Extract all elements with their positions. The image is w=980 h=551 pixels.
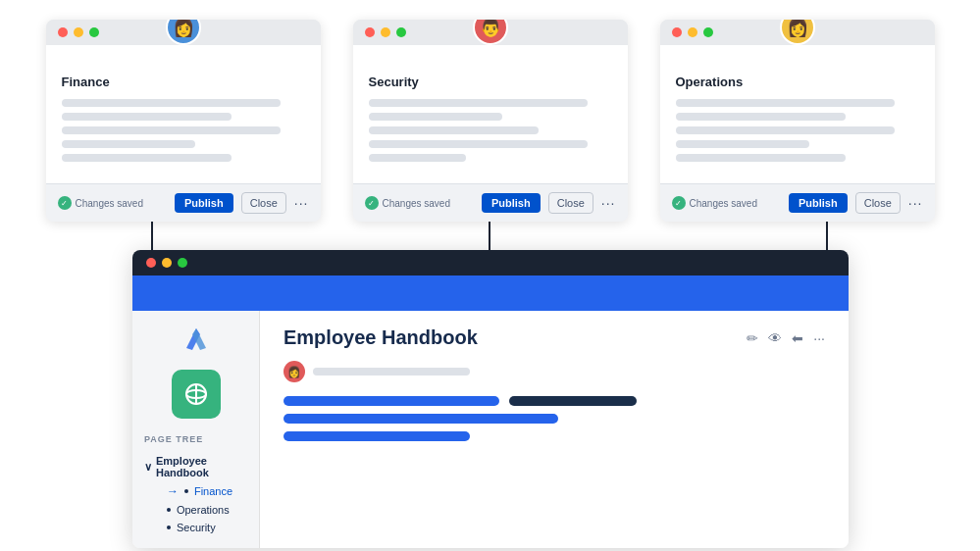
tree-child-operations[interactable]: Operations xyxy=(163,501,236,519)
tree-children: → Finance Operations Security xyxy=(155,481,236,536)
tree-parent-label: ∨ Employee Handbook xyxy=(144,455,251,478)
doc-actions: ✏ 👁 ⬅ ··· xyxy=(747,330,825,346)
check-icon: ✓ xyxy=(672,196,686,210)
dot-green[interactable] xyxy=(89,27,99,37)
view-icon[interactable]: 👁 xyxy=(768,330,782,346)
content-line xyxy=(676,154,847,162)
dot-red[interactable] xyxy=(672,27,682,37)
bullet-icon xyxy=(167,508,171,512)
security-window: 👨 Security ✓ Changes saved Publish Close… xyxy=(353,20,628,222)
dot-red[interactable] xyxy=(146,258,156,268)
sidebar: PAGE TREE ∨ Employee Handbook → Finance … xyxy=(132,311,260,548)
content-line xyxy=(369,113,502,121)
content-line xyxy=(284,431,470,441)
doc-title: Employee Handbook xyxy=(284,326,478,349)
finance-lines xyxy=(62,99,305,162)
page-tree-label: PAGE TREE xyxy=(132,434,259,444)
operations-footer: ✓ Changes saved Publish Close ··· xyxy=(660,183,935,222)
operations-more-button[interactable]: ··· xyxy=(908,195,923,211)
main-body: PAGE TREE ∨ Employee Handbook → Finance … xyxy=(132,311,849,548)
dot-green[interactable] xyxy=(396,27,406,37)
content-line xyxy=(676,140,809,148)
operations-window: 👩 Operations ✓ Changes saved Publish Clo… xyxy=(660,20,935,222)
tree-child-finance[interactable]: → Finance xyxy=(163,481,236,501)
content-line xyxy=(676,99,895,107)
contributor-line xyxy=(313,368,470,376)
security-footer: ✓ Changes saved Publish Close ··· xyxy=(353,183,628,222)
edit-icon[interactable]: ✏ xyxy=(747,330,758,346)
tree-parent-item[interactable]: ∨ Employee Handbook xyxy=(132,452,259,481)
operations-avatar: 👩 xyxy=(780,20,815,45)
dot-green[interactable] xyxy=(703,27,713,37)
dot-red[interactable] xyxy=(365,27,375,37)
finance-titlebar: 👩 xyxy=(46,20,321,45)
dot-red[interactable] xyxy=(58,27,68,37)
security-more-button[interactable]: ··· xyxy=(601,195,616,211)
operations-publish-button[interactable]: Publish xyxy=(789,193,848,213)
content-row-3 xyxy=(284,431,825,441)
contributor-row: 👩 xyxy=(284,361,825,382)
finance-footer: ✓ Changes saved Publish Close ··· xyxy=(46,183,321,222)
more-icon[interactable]: ··· xyxy=(813,330,825,346)
content-line xyxy=(284,396,499,406)
main-titlebar xyxy=(132,250,849,276)
security-titlebar: 👨 xyxy=(353,20,628,45)
operations-content: Operations xyxy=(660,45,935,183)
content-line xyxy=(509,396,637,406)
operations-close-button[interactable]: Close xyxy=(855,192,901,214)
content-line xyxy=(62,140,195,148)
security-content: Security xyxy=(353,45,628,183)
finance-window: 👩 Finance ✓ Changes saved Publish Close … xyxy=(46,20,321,222)
content-line xyxy=(62,126,281,134)
check-icon: ✓ xyxy=(58,196,72,210)
content-line xyxy=(369,99,588,107)
content-line xyxy=(284,414,558,424)
security-avatar: 👨 xyxy=(473,20,508,45)
content-line xyxy=(369,154,466,162)
arrow-icon: → xyxy=(167,484,179,498)
editor-windows-container: 👩 Finance ✓ Changes saved Publish Close … xyxy=(0,0,980,222)
security-title: Security xyxy=(369,75,612,89)
content-line xyxy=(62,113,232,121)
security-lines xyxy=(369,99,612,162)
content-line xyxy=(62,154,232,162)
finance-close-button[interactable]: Close xyxy=(241,192,286,214)
main-confluence-window: PAGE TREE ∨ Employee Handbook → Finance … xyxy=(132,250,849,548)
space-icon xyxy=(172,370,221,419)
finance-title: Finance xyxy=(62,75,305,89)
changes-saved: ✓ Changes saved xyxy=(672,196,781,210)
bullet-icon xyxy=(167,526,171,529)
finance-content: Finance xyxy=(46,45,321,183)
confluence-logo xyxy=(179,323,214,362)
changes-saved: ✓ Changes saved xyxy=(58,196,167,210)
contributor-avatar: 👩 xyxy=(284,361,305,382)
finance-avatar: 👩 xyxy=(166,20,201,45)
check-icon: ✓ xyxy=(365,196,379,210)
operations-title: Operations xyxy=(676,75,919,89)
content-block xyxy=(284,396,825,441)
finance-more-button[interactable]: ··· xyxy=(294,195,309,211)
share-icon[interactable]: ⬅ xyxy=(792,330,803,346)
dot-yellow[interactable] xyxy=(74,27,83,37)
security-close-button[interactable]: Close xyxy=(548,192,593,214)
doc-header: Employee Handbook ✏ 👁 ⬅ ··· xyxy=(284,326,825,349)
operations-lines xyxy=(676,99,919,162)
content-line xyxy=(676,113,847,121)
content-line xyxy=(676,126,895,134)
finance-publish-button[interactable]: Publish xyxy=(175,193,233,213)
security-publish-button[interactable]: Publish xyxy=(482,193,541,213)
dot-yellow[interactable] xyxy=(381,27,390,37)
content-row-2 xyxy=(284,414,825,424)
main-blue-bar xyxy=(132,276,849,311)
content-line xyxy=(369,126,540,134)
dot-yellow[interactable] xyxy=(162,258,172,268)
changes-saved: ✓ Changes saved xyxy=(365,196,474,210)
bullet-icon xyxy=(184,489,188,493)
content-row-1 xyxy=(284,396,825,406)
tree-child-security[interactable]: Security xyxy=(163,519,236,536)
dot-yellow[interactable] xyxy=(688,27,697,37)
content-line xyxy=(369,140,588,148)
content-line xyxy=(62,99,281,107)
dot-green[interactable] xyxy=(178,258,187,268)
main-content-area: Employee Handbook ✏ 👁 ⬅ ··· 👩 xyxy=(260,311,849,548)
